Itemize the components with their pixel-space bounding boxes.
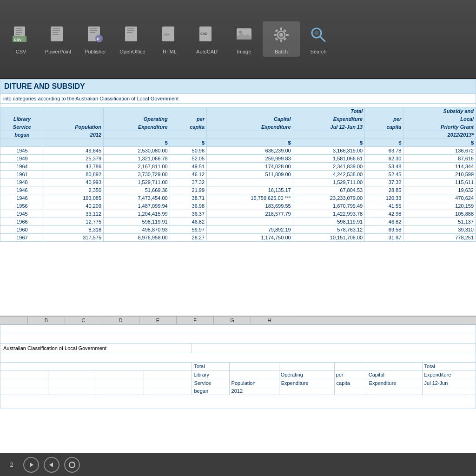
statusbar: 2 xyxy=(0,453,476,476)
svg-rect-13 xyxy=(90,28,97,29)
svg-point-40 xyxy=(314,31,319,35)
bottom-header-1: Total Total xyxy=(0,363,476,370)
classification-label: Australian Classification of Local Gover… xyxy=(3,345,106,351)
svg-rect-30 xyxy=(280,27,282,30)
spreadsheet-subtitle: into categories according to the Austral… xyxy=(0,94,476,104)
top-table-wrapper: DITURE AND SUBSIDY into categories accor… xyxy=(0,79,476,316)
col-header-empty xyxy=(0,317,28,324)
main-spreadsheet-table: DITURE AND SUBSIDY into categories accor… xyxy=(0,79,476,242)
svg-text:</>: </> xyxy=(164,33,169,37)
page-number: 2 xyxy=(5,461,19,468)
table-row: 1956 40,209 1,487,099.94 36.98 183,699.5… xyxy=(0,202,476,210)
csv-label: CSV xyxy=(16,49,26,54)
col-header-b[interactable]: B xyxy=(28,317,65,324)
svg-line-39 xyxy=(320,36,325,41)
svg-rect-34 xyxy=(275,29,278,32)
svg-rect-11 xyxy=(53,34,59,35)
table-row: 1960 8,318 498,870.93 59.97 79,892.19 57… xyxy=(0,226,476,234)
table-row: 1966 12,775 598,119.91 46.82 598,119.91 … xyxy=(0,218,476,226)
title-row: DITURE AND SUBSIDY xyxy=(0,79,476,94)
empty-row xyxy=(0,395,476,409)
toolbar-item-csv[interactable]: CSV CSV xyxy=(2,21,40,57)
svg-rect-4 xyxy=(16,34,20,35)
header-row-2: Library Operating per Capital Expenditur… xyxy=(0,115,476,123)
table-row: 1945 33,112 1,204,415.99 36.37 218,577.7… xyxy=(0,210,476,218)
bottom-header-labels: Library Operating per Capital Expenditur… xyxy=(0,370,476,379)
table-row: 1946 2,350 51,669.36 21.99 16,135.17 67,… xyxy=(0,186,476,194)
spreadsheet-title: DITURE AND SUBSIDY xyxy=(0,79,476,94)
col-header-c[interactable]: C xyxy=(65,317,102,324)
html-icon: </> xyxy=(159,24,181,46)
svg-rect-8 xyxy=(53,28,60,29)
toolbar-item-html[interactable]: </> HTML xyxy=(151,21,188,57)
autocad-icon: CAD xyxy=(196,24,218,46)
batch-icon xyxy=(270,24,292,46)
svg-rect-15 xyxy=(90,32,95,33)
svg-rect-32 xyxy=(274,34,277,36)
col-header-g[interactable]: G xyxy=(214,317,251,324)
header-row-4: began 2012 2012/2013* xyxy=(0,131,476,139)
svg-rect-2 xyxy=(16,30,22,31)
svg-rect-14 xyxy=(90,30,97,31)
toolbar-item-powerpoint[interactable]: PowerPoint xyxy=(40,21,77,57)
col-headers-bar: B C D E F G H xyxy=(0,316,476,324)
svg-rect-3 xyxy=(16,32,22,33)
svg-rect-33 xyxy=(286,34,289,36)
table-row: 1946 193,085 7,473,454.00 38.71 15,759,6… xyxy=(0,194,476,202)
image-label: Image xyxy=(237,49,251,54)
svg-rect-21 xyxy=(127,32,132,33)
bottom-header-row3: began 2012 xyxy=(0,387,476,395)
bottom-spreadsheet-table: Australian Classification of Local Gover… xyxy=(0,324,476,409)
table-row: 1964 43,786 2,167,811.00 49.51 174,028.0… xyxy=(0,163,476,171)
svg-rect-9 xyxy=(53,30,60,31)
svg-rect-19 xyxy=(127,28,134,29)
bottom-spreadsheet: Australian Classification of Local Gover… xyxy=(0,324,476,453)
toolbar-item-autocad[interactable]: CAD AutoCAD xyxy=(188,21,225,57)
play-button[interactable] xyxy=(23,457,39,473)
toolbar-item-search[interactable]: Search xyxy=(300,21,337,57)
table-row: 1949 25,379 1,321,066.78 52.05 259,999.8… xyxy=(0,155,476,163)
back-button[interactable] xyxy=(44,457,60,473)
search-icon xyxy=(307,24,330,46)
toolbar-item-publisher[interactable]: P Publisher xyxy=(77,21,114,57)
spacer-row-1 xyxy=(0,104,476,107)
toolbar-item-openoffice[interactable]: OpenOffice xyxy=(114,21,151,57)
header-row-1: Total Subsidy and xyxy=(0,107,476,115)
table-row: 1967 317,575 8,976,958.00 28.27 1,174,75… xyxy=(0,234,476,242)
main-content: DITURE AND SUBSIDY into categories accor… xyxy=(0,79,476,453)
openoffice-icon xyxy=(121,24,144,46)
svg-marker-41 xyxy=(30,463,33,467)
col-header-d[interactable]: D xyxy=(102,317,139,324)
svg-rect-20 xyxy=(127,30,134,31)
currency-row: $ $ $ $ $ $ xyxy=(0,139,476,147)
publisher-label: Publisher xyxy=(85,49,106,54)
header-row-3: Service Population Expenditure capita Ex… xyxy=(0,123,476,131)
bottom-header-row2: Service Population Expenditure capita Ex… xyxy=(0,379,476,387)
toolbar-item-image[interactable]: Image xyxy=(225,21,263,57)
autocad-label: AutoCAD xyxy=(196,49,218,54)
col-header-h[interactable]: H xyxy=(251,317,288,324)
svg-text:P: P xyxy=(97,37,99,41)
table-row: 1948 40,993 1,529,711.00 37.32 1,529,711… xyxy=(0,178,476,186)
refresh-button[interactable] xyxy=(64,457,80,473)
toolbar: CSV CSV PowerPoint P xyxy=(0,0,476,79)
col-header-e[interactable]: E xyxy=(139,317,177,324)
batch-label: Batch xyxy=(275,49,288,54)
publisher-icon: P xyxy=(84,24,106,46)
empty-row xyxy=(0,325,476,334)
toolbar-item-batch[interactable]: Batch xyxy=(263,21,300,57)
powerpoint-label: PowerPoint xyxy=(45,49,71,54)
svg-text:CAD: CAD xyxy=(200,32,207,35)
classification-row: Australian Classification of Local Gover… xyxy=(0,344,476,353)
svg-rect-31 xyxy=(280,40,282,42)
svg-rect-10 xyxy=(53,32,58,33)
table-row: 1945 49,645 2,530,080.00 50.96 636,239.0… xyxy=(0,147,476,155)
subtitle-row: into categories according to the Austral… xyxy=(0,94,476,104)
table-row: 1961 80,892 3,730,729.00 46.12 511,809.0… xyxy=(0,171,476,178)
powerpoint-icon xyxy=(47,24,69,46)
image-icon xyxy=(233,24,255,46)
html-label: HTML xyxy=(163,49,177,54)
empty-row xyxy=(0,334,476,344)
csv-icon: CSV xyxy=(10,24,32,46)
col-header-f[interactable]: F xyxy=(177,317,214,324)
